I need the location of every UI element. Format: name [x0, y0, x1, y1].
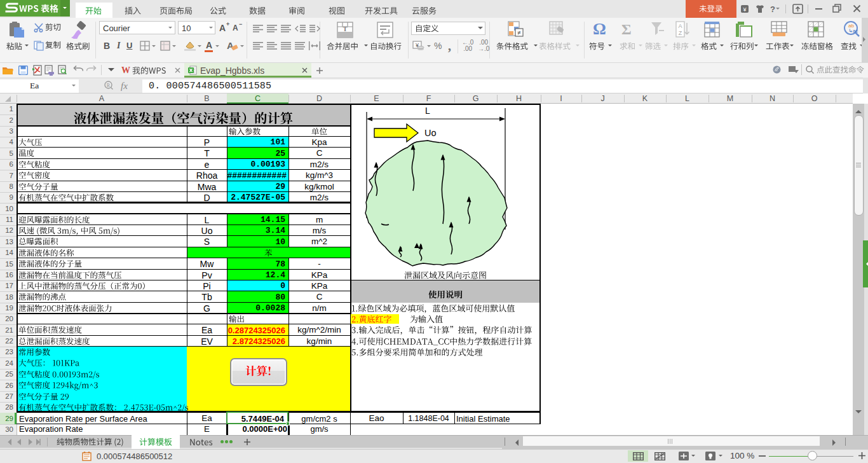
svg-text:A: A [678, 23, 682, 29]
svg-text:¥: ¥ [742, 6, 747, 13]
svg-text:R: R [107, 83, 111, 88]
svg-text:Z: Z [679, 30, 682, 36]
svg-text:≠: ≠ [517, 29, 521, 36]
svg-text:↳ac: ↳ac [848, 28, 858, 34]
svg-text:T: T [343, 25, 348, 32]
